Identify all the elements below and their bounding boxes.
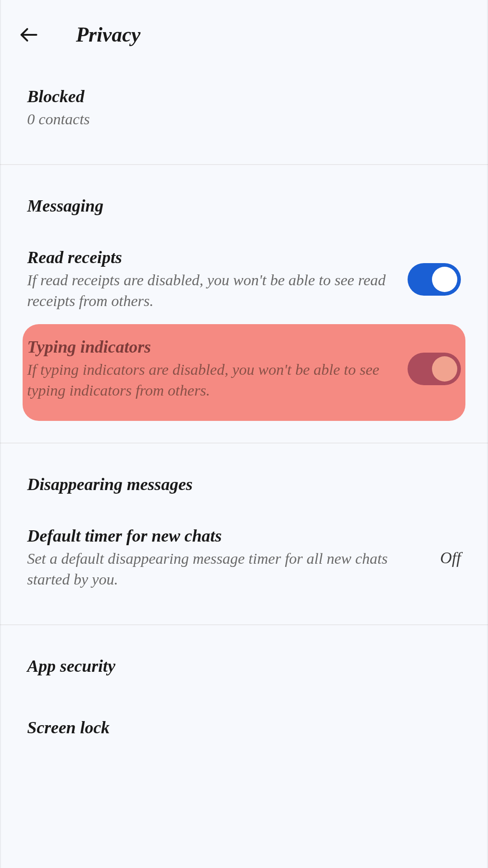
default-timer-desc: Set a default disappearing message timer… [27,548,422,590]
messaging-section-title: Messaging [27,196,461,216]
typing-indicators-desc: If typing indicators are disabled, you w… [27,359,389,401]
disappearing-section-header: Disappearing messages [0,465,488,513]
toggle-knob [432,267,457,292]
toggle-knob [432,356,457,382]
default-timer-value: Off [440,548,461,567]
arrow-left-icon [19,25,39,45]
typing-indicators-title: Typing indicators [27,337,389,357]
app-security-section-header: App security [0,647,488,695]
back-button[interactable] [18,24,40,46]
read-receipts-toggle[interactable] [408,263,461,296]
blocked-subtitle: 0 contacts [27,109,461,130]
blocked-title: Blocked [27,86,461,106]
default-timer-row[interactable]: Default timer for new chats Set a defaul… [0,513,488,603]
app-security-section-title: App security [27,656,461,676]
read-receipts-title: Read receipts [27,247,389,267]
messaging-section-header: Messaging [0,187,488,235]
default-timer-title: Default timer for new chats [27,526,422,546]
read-receipts-desc: If read receipts are disabled, you won't… [27,270,389,311]
disappearing-section-title: Disappearing messages [27,474,461,494]
screen-lock-title: Screen lock [27,717,110,737]
typing-indicators-row[interactable]: Typing indicators If typing indicators a… [27,337,461,401]
read-receipts-row[interactable]: Read receipts If read receipts are disab… [0,235,488,324]
typing-indicators-highlighted: Typing indicators If typing indicators a… [23,324,465,421]
blocked-row[interactable]: Blocked 0 contacts [0,65,488,164]
typing-indicators-toggle[interactable] [408,353,461,385]
header: Privacy [0,0,488,65]
page-title: Privacy [76,23,141,47]
screen-lock-row[interactable]: Screen lock [0,695,488,740]
